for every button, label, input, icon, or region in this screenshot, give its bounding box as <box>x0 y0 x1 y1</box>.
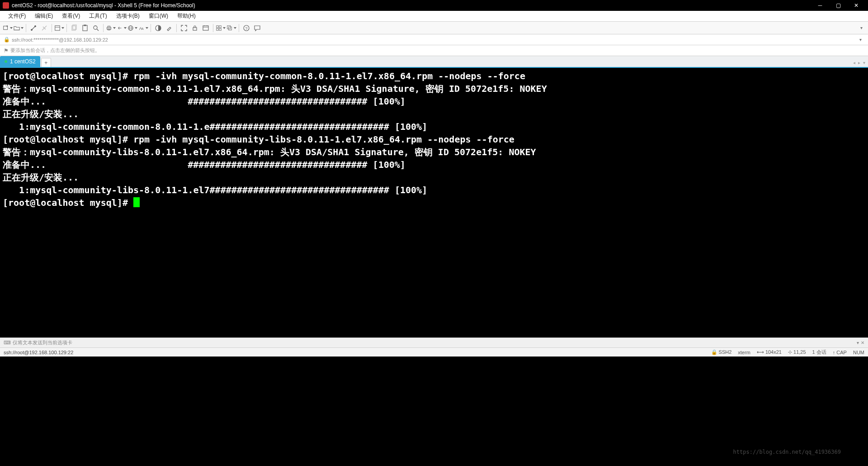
find-icon[interactable] <box>91 23 101 33</box>
svg-rect-15 <box>108 26 110 27</box>
terminal-line: 1:mysql-community-libs-8.0.11-1.el7#####… <box>3 185 427 195</box>
status-ssh: 🔒 SSH2 <box>711 349 732 355</box>
menu-window[interactable]: 窗口(W) <box>144 11 173 21</box>
toolbar-overflow-icon[interactable]: ▾ <box>858 25 865 30</box>
svg-rect-6 <box>55 25 60 30</box>
maximize-button[interactable]: ▢ <box>829 0 847 11</box>
chat-icon[interactable] <box>252 23 262 33</box>
keyboard-icon: ⌨ <box>4 340 11 346</box>
terminal-line: 正在升级/安装... <box>3 172 79 183</box>
svg-point-12 <box>94 26 97 29</box>
status-pos: ⊹ 11,25 <box>788 349 806 355</box>
properties-icon[interactable] <box>54 23 64 33</box>
menu-view[interactable]: 查看(V) <box>57 11 85 21</box>
globe-icon[interactable] <box>127 23 137 33</box>
lock-small-icon: 🔒 <box>4 37 10 43</box>
app-icon <box>3 2 9 9</box>
menu-file[interactable]: 文件(F) <box>4 11 30 21</box>
svg-text:?: ? <box>245 26 248 31</box>
new-session-icon[interactable] <box>3 23 13 33</box>
svg-rect-28 <box>217 25 218 27</box>
tab-centos2[interactable]: 1 centOS2 <box>0 56 40 67</box>
terminal[interactable]: [root@localhost mysql]# rpm -ivh mysql-c… <box>0 68 868 338</box>
terminal-line: 警告：mysql-community-common-8.0.11-1.el7.x… <box>3 83 547 94</box>
copy-icon[interactable] <box>69 23 79 33</box>
svg-rect-10 <box>83 25 87 31</box>
paste-icon[interactable] <box>80 23 90 33</box>
address-bar[interactable]: 🔒 ssh://root:*************@192.168.100.1… <box>0 34 868 45</box>
calendar-icon[interactable] <box>201 23 211 33</box>
status-bar: ssh://root@192.168.100.129:22 🔒 SSH2 xte… <box>0 347 868 357</box>
disconnect-icon[interactable] <box>39 23 49 33</box>
status-session: 1 会话 <box>812 349 826 356</box>
svg-rect-30 <box>217 28 218 30</box>
highlight-icon[interactable] <box>164 23 174 33</box>
cascade-icon[interactable] <box>226 23 236 33</box>
menu-tools[interactable]: 工具(T) <box>85 11 111 21</box>
tab-menu-icon[interactable]: ▾ <box>863 60 865 65</box>
send-status-bar: ⌨ 仅将文本发送到当前选项卡 ▾ ✕ <box>0 338 868 347</box>
svg-point-3 <box>31 29 33 30</box>
menu-tabs[interactable]: 选项卡(B) <box>112 11 144 21</box>
status-size: ⟷ 104x21 <box>757 349 782 355</box>
open-icon[interactable] <box>14 23 24 33</box>
toolbar-separator <box>66 24 67 32</box>
transfer-icon[interactable] <box>117 23 127 33</box>
toolbar-separator <box>26 24 26 32</box>
svg-text:A: A <box>142 27 144 30</box>
toolbar-separator <box>52 24 52 32</box>
terminal-line: 1:mysql-community-common-8.0.11-1.e#####… <box>3 121 427 132</box>
terminal-line: [root@localhost mysql]# rpm -ivh mysql-c… <box>3 134 514 145</box>
minimize-button[interactable]: ─ <box>811 0 829 11</box>
address-text: ssh://root:*************@192.168.100.129… <box>12 37 108 43</box>
send-dropdown-icon[interactable]: ▾ <box>857 340 859 345</box>
lock-icon[interactable] <box>190 23 200 33</box>
hint-text: 要添加当前会话，点击左侧的箭头按钮。 <box>10 47 100 54</box>
tab-next-icon[interactable]: ▸ <box>858 60 860 65</box>
hint-bar: ⚑ 要添加当前会话，点击左侧的箭头按钮。 <box>0 45 868 56</box>
close-button[interactable]: ✕ <box>847 0 865 11</box>
terminal-line: 准备中... #################################… <box>3 96 406 107</box>
status-cap: ↑ CAP <box>833 350 847 355</box>
status-connection: ssh://root@192.168.100.129:22 <box>4 350 73 355</box>
terminal-cursor <box>133 197 140 207</box>
menu-help[interactable]: 帮助(H) <box>173 11 200 21</box>
terminal-line: 正在升级/安装... <box>3 109 79 119</box>
svg-point-4 <box>35 25 36 27</box>
terminal-line: [root@localhost mysql]# rpm -ivh mysql-c… <box>3 71 525 81</box>
tab-label: 1 centOS2 <box>10 58 36 65</box>
font-icon[interactable]: AA <box>138 23 148 33</box>
svg-rect-29 <box>219 25 221 27</box>
toolbar-separator <box>151 24 151 32</box>
terminal-line: [root@localhost mysql]# <box>3 197 133 208</box>
fullscreen-icon[interactable] <box>179 23 189 33</box>
svg-rect-11 <box>84 25 86 26</box>
tile-icon[interactable] <box>216 23 226 33</box>
svg-line-13 <box>97 29 99 31</box>
status-term: xterm <box>738 350 750 355</box>
flag-icon: ⚑ <box>4 48 9 54</box>
help-icon[interactable]: ? <box>241 23 251 33</box>
svg-rect-33 <box>228 27 231 30</box>
color-scheme-icon[interactable] <box>153 23 163 33</box>
tab-prev-icon[interactable]: ◂ <box>853 60 855 65</box>
menu-bar: 文件(F) 编辑(E) 查看(V) 工具(T) 选项卡(B) 窗口(W) 帮助(… <box>0 11 868 22</box>
watermark: https://blog.csdn.net/qq_41936369 <box>733 449 841 455</box>
svg-rect-23 <box>193 28 197 30</box>
tab-status-dot-icon <box>5 60 7 63</box>
tabs-bar: 1 centOS2 + ◂ ▸ ▾ <box>0 56 868 68</box>
reconnect-icon[interactable] <box>28 23 38 33</box>
toolbar-separator <box>213 24 213 32</box>
svg-rect-24 <box>203 26 208 30</box>
menu-edit[interactable]: 编辑(E) <box>30 11 57 21</box>
window-title: centOS2 - root@localhost:/usr/local/mysq… <box>12 2 811 9</box>
toolbar-separator <box>103 24 104 32</box>
toolbar-separator <box>239 24 239 32</box>
send-close-icon[interactable]: ✕ <box>861 340 864 345</box>
terminal-line: 警告：mysql-community-libs-8.0.11-1.el7.x86… <box>3 147 536 157</box>
address-dropdown-icon[interactable]: ▾ <box>857 37 864 42</box>
svg-rect-31 <box>219 28 221 30</box>
add-tab-button[interactable]: + <box>41 58 51 67</box>
tabs-nav-icons: ◂ ▸ ▾ <box>853 60 865 65</box>
print-icon[interactable] <box>106 23 116 33</box>
